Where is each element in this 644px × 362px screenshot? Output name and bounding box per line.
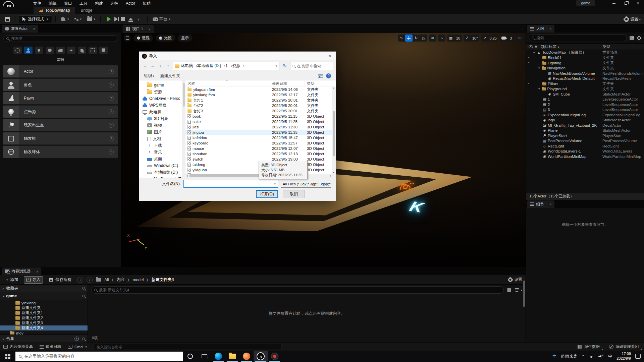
folder-tree-row[interactable]: 新建文件夹 [0,305,88,310]
tab-outliner[interactable]: 大纲 [527,25,554,33]
close-tab-icon[interactable] [33,27,35,31]
category-icon[interactable] [35,47,43,54]
frame-skip-icon[interactable] [114,17,118,21]
column-type[interactable]: 类型 [305,80,332,86]
cortana-button[interactable] [183,351,197,362]
file-row[interactable]: 台灯1 2022/9/5 20:01 文件夹 [185,98,336,103]
weather-icon[interactable]: ☂ [552,353,557,360]
column-date[interactable]: 修改日期 [270,80,305,86]
perspective-dropdown[interactable]: 透视 [133,35,153,42]
rotation-snap-toggle[interactable]: ∠ [464,35,471,42]
tab-content-browser[interactable]: 内容浏览器 [2,267,41,275]
breadcrumb-segment[interactable]: 本地磁盘 (D:) [197,63,225,69]
up-icon[interactable]: ↑ [165,63,171,68]
breadcrumb-segment[interactable]: 资源 [232,63,245,69]
new-folder-button[interactable]: 新建文件夹 [160,73,180,79]
document-tab[interactable]: Bridge [75,7,98,14]
category-icon[interactable] [46,47,54,54]
explorer-search-box[interactable] [290,62,333,70]
search-icon[interactable] [82,287,85,290]
category-icon[interactable] [24,47,33,54]
file-row[interactable]: kafeidou 2022/9/5 15:47 3D Object [185,135,336,140]
menu-item[interactable]: 工具 [76,0,91,7]
place-actor-search[interactable] [3,35,117,42]
help-icon[interactable] [326,73,331,78]
sidebar-nav-item[interactable]: 资源 [139,88,182,95]
camera-speed-button[interactable] [500,35,507,42]
view-options-icon[interactable] [318,74,323,78]
restore-button[interactable] [620,0,632,7]
show-dropdown[interactable]: 显示 [178,35,192,42]
placeable-actor-row[interactable]: Actor [3,65,118,78]
help-icon[interactable] [109,69,114,74]
visibility-column-icon[interactable] [529,45,533,48]
derived-data-button[interactable]: 派生数据 [578,344,602,349]
rotation-snap-value[interactable]: 10° [471,35,479,42]
outliner-row[interactable]: RectLight RectLight [526,143,644,149]
scale-tool[interactable]: ◳ [420,35,427,42]
hidden-icons-chevron[interactable]: ⌃ [582,354,585,359]
start-button[interactable] [0,351,15,362]
placeable-actor-row[interactable]: 点光源 [3,105,118,118]
type-column-header[interactable]: 类型 [602,44,610,49]
category-icon[interactable] [89,47,97,54]
content-settings-button[interactable]: 设置 [508,277,522,283]
stop-icon[interactable] [121,17,125,21]
open-button[interactable]: 打开(O) [256,190,278,198]
category-icon[interactable] [99,47,108,54]
scale-snap-value[interactable]: 0.25 [488,35,498,42]
help-icon[interactable] [109,109,114,114]
select-tool[interactable]: ↖ [398,35,405,42]
minimize-button[interactable] [608,0,620,7]
dialog-close-button[interactable] [324,52,336,60]
sidebar-nav-item[interactable]: 3D 对象 [139,115,182,122]
grid-snap-value[interactable]: 10 [454,35,462,42]
outliner-row[interactable]: ExponentialHeightFog ExponentialHeightFo… [526,112,644,118]
search-input[interactable] [11,37,114,41]
asset-search[interactable] [91,286,504,294]
category-icon[interactable] [56,47,65,54]
folder-tree-row[interactable]: 新建文件夹2 [0,315,88,320]
select-mode-dropdown[interactable]: 选择模式 [19,15,52,23]
file-row[interactable]: keyborad 2022/9/5 11:57 3D Object [185,140,336,146]
add-actor-dropdown[interactable]: + [59,15,71,23]
ime-indicator[interactable]: 中 [608,354,612,359]
vscroll-thumb[interactable] [333,111,335,157]
explorer-search-input[interactable] [297,64,331,68]
outliner-row[interactable]: Block01 文件夹 [526,55,644,61]
refresh-icon[interactable]: ↻ [281,63,288,68]
file-row[interactable]: shouban 2022/9/5 12:13 3D Object [185,151,336,157]
folder-tree-row[interactable]: 新建文件夹1 [0,310,88,315]
menu-item[interactable]: 文件 [30,0,45,7]
close-tab-icon[interactable] [549,27,551,31]
file-row[interactable]: yilaguan.fbm 2022/9/5 14:06 文件夹 [185,87,336,92]
placeable-actor-row[interactable]: Pawn [3,92,118,105]
outliner-row[interactable]: Lighting 文件夹 [526,60,644,66]
sidebar-nav-item[interactable]: 本地磁盘 (D:) [139,169,182,176]
vertical-scrollbar[interactable] [332,87,336,174]
volume-muted-icon[interactable] [598,354,604,358]
file-row[interactable]: jiazi 2022/9/5 11:30 3D Object [185,124,336,130]
play-icon[interactable] [107,16,111,22]
sidebar-scrollbar[interactable] [182,80,185,178]
pin-column-icon[interactable] [535,46,537,48]
menu-item[interactable]: 选择 [107,0,122,7]
play-options-icon[interactable]: ⋮ [137,17,141,22]
taskbar-search[interactable]: 在这里输入你要搜索的内容 [15,352,183,361]
help-icon[interactable] [109,149,114,155]
file-row[interactable]: book 2022/9/5 11:15 3D Object [185,114,336,119]
platforms-dropdown[interactable]: 平台 [151,15,172,23]
placeable-actor-row[interactable]: 触发框 [3,132,118,145]
path-segment[interactable]: All [104,278,116,282]
new-folder-icon[interactable] [630,36,634,40]
folder-tree-row[interactable]: yinxiang [0,300,88,305]
sidebar-nav-item[interactable]: 图片 [139,129,182,135]
outliner-row[interactable]: Plane StaticMeshActor [526,128,644,133]
viewport-menu-icon[interactable] [124,35,131,42]
sidebar-nav-item[interactable]: 下载 [139,142,182,149]
taskbar-app-button[interactable] [268,351,282,362]
blueprints-dropdown[interactable] [73,15,84,23]
address-bar[interactable]: 此电脑本地磁盘 (D:)1资源 ▾ [173,62,279,70]
breadcrumb-segment[interactable]: 此电脑 [181,63,197,69]
menu-item[interactable]: 构建 [91,0,107,7]
